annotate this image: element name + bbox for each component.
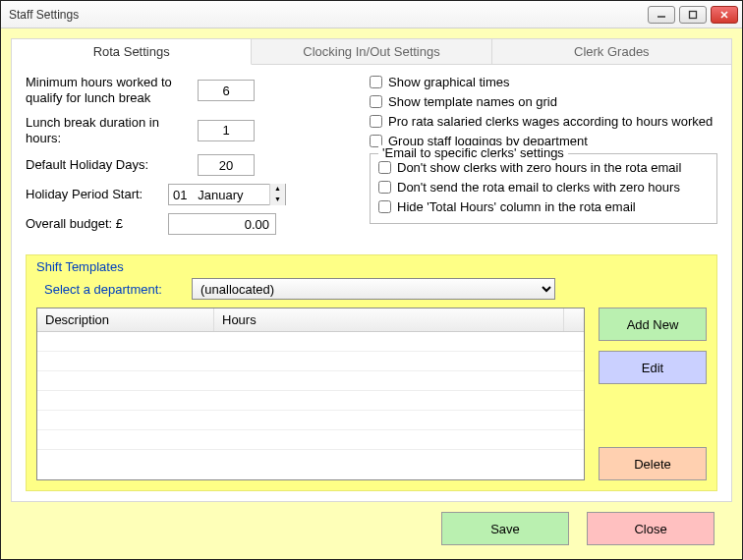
input-default-holiday[interactable]	[198, 154, 255, 176]
spinner-down-icon[interactable]: ▼	[270, 195, 285, 205]
grid-body	[37, 332, 584, 479]
checkbox-label: Show graphical times	[388, 75, 510, 89]
maximize-icon	[688, 10, 698, 20]
table-row[interactable]	[37, 371, 584, 391]
tab-container: Rota Settings Clocking In/Out Settings C…	[11, 38, 732, 502]
svg-rect-1	[690, 11, 697, 18]
staff-settings-window: Staff Settings Rota Settings Clocking In…	[0, 0, 743, 560]
shift-templates-grid[interactable]: Description Hours	[36, 308, 585, 480]
footer-buttons: Save Close	[11, 502, 732, 549]
check-hide-zero-clerks[interactable]: Don't show clerks with zero hours in the…	[378, 160, 709, 175]
table-row[interactable]	[37, 352, 584, 371]
select-department[interactable]: (unallocated)	[192, 278, 555, 300]
tab-rota-settings[interactable]: Rota Settings	[12, 39, 252, 65]
email-settings-group: 'Email to specific clerks' settings Don'…	[370, 153, 717, 224]
checkbox-no-send-zero[interactable]	[378, 181, 391, 194]
col-description[interactable]: Description	[37, 308, 214, 331]
email-settings-legend: 'Email to specific clerks' settings	[378, 145, 568, 160]
input-overall-budget[interactable]	[168, 213, 276, 235]
label-overall-budget: Overall budget: £	[26, 216, 168, 232]
checkbox-label: Pro rata salaried clerks wages according…	[388, 114, 713, 129]
check-no-send-zero[interactable]: Don't send the rota email to clerks with…	[378, 180, 709, 195]
holiday-start-spinner[interactable]: ▲ ▼	[269, 184, 285, 205]
check-pro-rata[interactable]: Pro rata salaried clerks wages according…	[370, 114, 717, 129]
tab-clerk-grades[interactable]: Clerk Grades	[492, 39, 731, 64]
check-show-template-names[interactable]: Show template names on grid	[370, 94, 717, 109]
close-icon	[719, 10, 729, 20]
client-area: Rota Settings Clocking In/Out Settings C…	[1, 28, 742, 559]
checkbox-label: Hide 'Total Hours' column in the rota em…	[397, 199, 636, 214]
right-column: Show graphical times Show template names…	[370, 75, 717, 243]
label-default-holiday: Default Holiday Days:	[26, 157, 198, 173]
label-min-hours: Minimum hours worked to qualify for lunc…	[26, 75, 198, 107]
maximize-button[interactable]	[679, 6, 707, 24]
checkbox-show-template-names[interactable]	[370, 95, 382, 108]
spinner-up-icon[interactable]: ▲	[270, 184, 285, 195]
window-title: Staff Settings	[9, 8, 648, 22]
add-new-button[interactable]: Add New	[599, 308, 707, 341]
check-show-graphical[interactable]: Show graphical times	[370, 75, 717, 89]
minimize-icon	[657, 10, 666, 20]
input-lunch-duration[interactable]	[198, 120, 255, 141]
tab-strip: Rota Settings Clocking In/Out Settings C…	[12, 39, 731, 65]
close-window-button[interactable]	[711, 6, 738, 24]
window-controls	[648, 6, 738, 24]
table-row[interactable]	[37, 430, 584, 450]
shift-buttons-column: Add New Edit Delete	[599, 308, 707, 480]
tab-clocking-settings[interactable]: Clocking In/Out Settings	[252, 39, 491, 64]
checkbox-show-graphical[interactable]	[370, 76, 382, 88]
checkbox-label: Don't show clerks with zero hours in the…	[397, 160, 681, 175]
input-min-hours[interactable]	[198, 80, 255, 101]
shift-templates-title: Shift Templates	[36, 259, 707, 274]
holiday-start-picker[interactable]: ▲ ▼	[168, 184, 286, 205]
checkbox-pro-rata[interactable]	[370, 115, 382, 128]
minimize-button[interactable]	[648, 6, 675, 24]
checkbox-label: Don't send the rota email to clerks with…	[397, 180, 680, 195]
close-button[interactable]: Close	[587, 512, 714, 545]
input-holiday-start[interactable]	[169, 188, 269, 202]
grid-header: Description Hours	[37, 308, 584, 332]
label-holiday-start: Holiday Period Start:	[26, 187, 168, 202]
save-button[interactable]: Save	[441, 512, 569, 545]
left-column: Minimum hours worked to qualify for lunc…	[26, 75, 350, 243]
table-row[interactable]	[37, 391, 584, 411]
checkbox-hide-total-hours[interactable]	[378, 200, 391, 213]
label-lunch-duration: Lunch break duration in hours:	[26, 115, 198, 147]
delete-button[interactable]: Delete	[599, 447, 707, 480]
checkbox-label: Show template names on grid	[388, 94, 557, 109]
col-hours[interactable]: Hours	[214, 308, 564, 331]
label-select-department: Select a department:	[36, 282, 192, 297]
edit-button[interactable]: Edit	[599, 351, 707, 384]
table-row[interactable]	[37, 411, 584, 430]
checkbox-hide-zero-clerks[interactable]	[378, 161, 391, 174]
check-hide-total-hours[interactable]: Hide 'Total Hours' column in the rota em…	[378, 199, 709, 214]
shift-templates-section: Shift Templates Select a department: (un…	[26, 254, 717, 491]
upper-panel: Minimum hours worked to qualify for lunc…	[26, 75, 717, 243]
titlebar: Staff Settings	[1, 1, 742, 28]
table-row[interactable]	[37, 332, 584, 352]
col-end	[564, 308, 584, 331]
tab-body-rota: Minimum hours worked to qualify for lunc…	[12, 65, 731, 501]
